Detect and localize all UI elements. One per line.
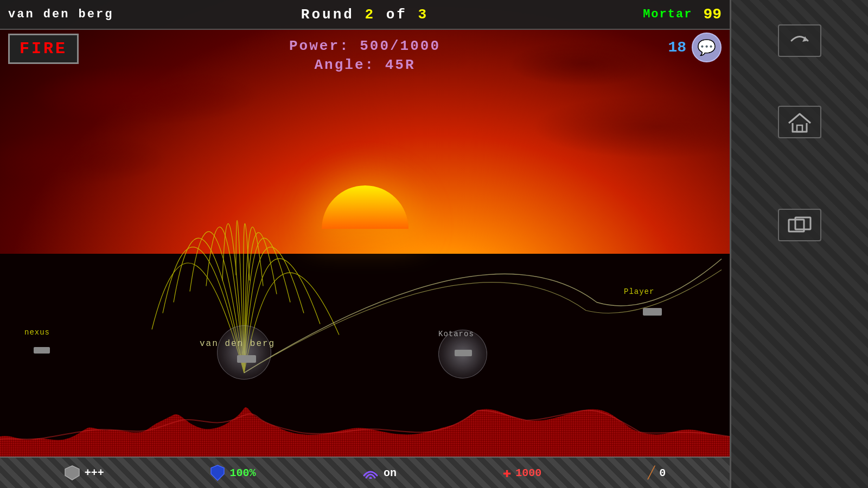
weapon-name: Mortar [643,8,692,21]
kotaros-label: Kotaros [438,330,474,338]
round-of: of [386,7,407,23]
right-sidebar [730,0,868,488]
kotaros-tank [455,350,472,356]
medkit-icon: ✚ [503,464,512,481]
bottom-hud: +++ 100% on ✚ 1000 ╱ [0,457,730,488]
angle-display: Angle: 45R [289,57,441,73]
bullet-item: ╱ 0 [648,466,666,480]
terrain [0,285,730,458]
svg-marker-4 [211,465,224,480]
hp-pct: 100% [229,467,256,479]
signal-label: on [384,467,397,479]
round-number: 2 [365,7,375,23]
health-item: ✚ 1000 [503,464,542,481]
weapon-area: Mortar 99 [484,6,722,23]
fire-label: FIRE [20,40,67,58]
player-tank [643,308,662,316]
round-total: 3 [418,7,429,23]
player-label: Player [624,287,654,296]
svg-marker-3 [65,466,79,480]
home-button[interactable] [778,106,821,138]
van-den-berg-shield [217,325,271,380]
svg-point-5 [369,477,372,479]
angle-value: 45R [385,57,416,73]
stats-display: Power: 500/1000 Angle: 45R [289,38,441,73]
bullet-count: 0 [659,467,666,479]
svg-rect-6 [797,125,802,132]
ammo-count: 99 [703,6,722,23]
round-info: Round 2 of 3 [246,7,483,23]
game-area: nexus van den berg Kotaros Player van de… [0,0,730,488]
power-label: Power: [289,38,350,54]
hp-shield-item: 100% [210,464,256,481]
power-value: 500/1000 [360,38,441,54]
chat-button[interactable] [692,33,722,62]
van-den-berg-label: van den berg [200,339,275,349]
power-display: Power: 500/1000 [289,38,441,54]
bullet-icon: ╱ [648,466,655,480]
chat-count: 18 [668,39,686,56]
chat-area: 18 [668,33,722,62]
fire-button[interactable]: FIRE [8,34,79,64]
shield-label: +++ [85,467,104,479]
player-name: van den berg [8,8,246,21]
van-den-berg-tank [237,355,256,363]
shield-item: +++ [64,465,104,481]
nexus-label: nexus [24,328,50,337]
wifi-signal-icon [362,464,379,479]
shield-icon [64,465,80,481]
redo-button[interactable] [778,24,821,57]
round-word: Round [301,7,354,23]
top-hud: van den berg Round 2 of 3 Mortar 99 [0,0,730,30]
copy-button[interactable] [778,209,821,241]
hp-shield-icon [210,464,225,481]
health-value: 1000 [515,467,541,479]
signal-item: on [362,464,397,483]
wifi-icon [362,464,379,483]
nexus-tank [34,347,50,354]
angle-label: Angle: [314,57,375,73]
